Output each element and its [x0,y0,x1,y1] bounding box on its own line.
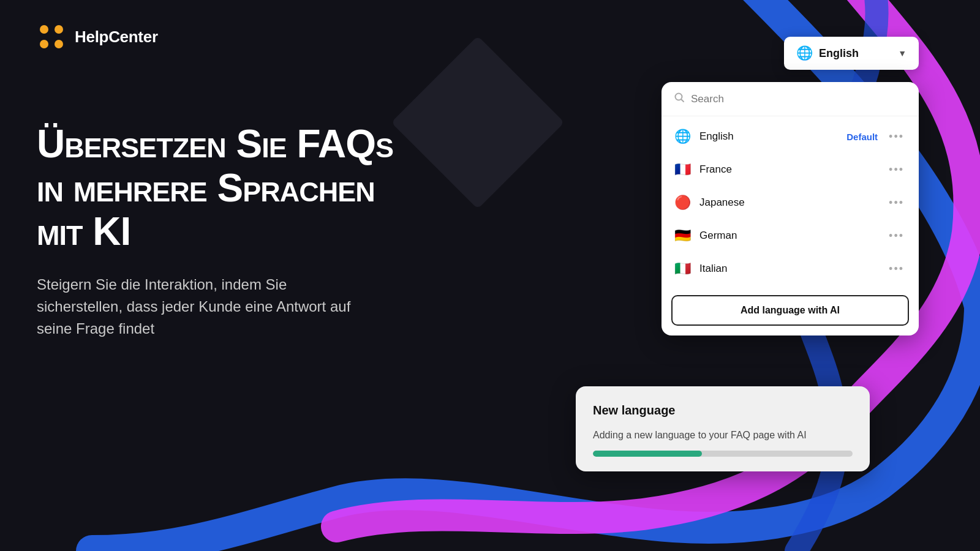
left-text-area: Übersetzen Sie FAQs in mehrere Sprachen … [37,122,404,340]
svg-point-4 [55,40,63,48]
progress-bar-fill [593,451,702,457]
list-item[interactable]: 🇮🇹 Italian ••• [662,252,919,285]
language-name: Italian [699,263,878,275]
progress-card-title: New language [593,403,853,418]
chevron-down-icon: ▼ [898,48,907,58]
selected-language-label: English [819,47,892,60]
add-language-button[interactable]: Add language with AI [671,295,909,326]
list-item[interactable]: 🔴 Japanese ••• [662,186,919,219]
svg-point-2 [55,25,63,34]
svg-point-1 [40,25,48,34]
progress-bar-background [593,451,853,457]
default-badge: Default [846,132,878,142]
progress-card: New language Adding a new language to yo… [576,386,870,471]
headline: Übersetzen Sie FAQs in mehrere Sprachen … [37,122,404,254]
more-options-icon[interactable]: ••• [886,197,907,209]
right-panels: 🌐 English ▼ 🌐 Engli [662,37,919,335]
more-options-icon[interactable]: ••• [886,230,907,242]
language-dropdown-panel: 🌐 English Default ••• 🇫🇷 France ••• 🔴 Ja… [662,82,919,335]
progress-card-description: Adding a new language to your FAQ page w… [593,430,853,441]
language-name: English [699,130,838,143]
more-options-icon[interactable]: ••• [886,263,907,276]
english-flag-icon: 🌐 [674,129,691,144]
france-flag-icon: 🇫🇷 [674,162,691,178]
language-name: France [699,163,878,176]
search-input[interactable] [691,93,907,105]
more-options-icon[interactable]: ••• [886,163,907,176]
list-item[interactable]: 🌐 English Default ••• [662,120,919,153]
logo: HelpCenter [37,22,158,51]
japanese-flag-icon: 🔴 [674,195,691,211]
globe-icon: 🌐 [796,45,813,61]
logo-icon [37,22,66,51]
search-icon [674,92,685,106]
language-selector-button[interactable]: 🌐 English ▼ [784,37,919,70]
svg-line-6 [682,100,684,102]
language-name: Japanese [699,197,878,209]
language-list: 🌐 English Default ••• 🇫🇷 France ••• 🔴 Ja… [662,116,919,289]
language-name: German [699,230,878,242]
search-bar [662,82,919,116]
german-flag-icon: 🇩🇪 [674,228,691,244]
list-item[interactable]: 🇫🇷 France ••• [662,153,919,186]
svg-point-3 [40,40,48,48]
logo-text: HelpCenter [75,28,158,47]
subtext: Steigern Sie die Interaktion, indem Sie … [37,274,368,340]
more-options-icon[interactable]: ••• [886,130,907,143]
list-item[interactable]: 🇩🇪 German ••• [662,219,919,252]
italian-flag-icon: 🇮🇹 [674,261,691,277]
main-content: HelpCenter Übersetzen Sie FAQs in mehrer… [0,0,980,551]
